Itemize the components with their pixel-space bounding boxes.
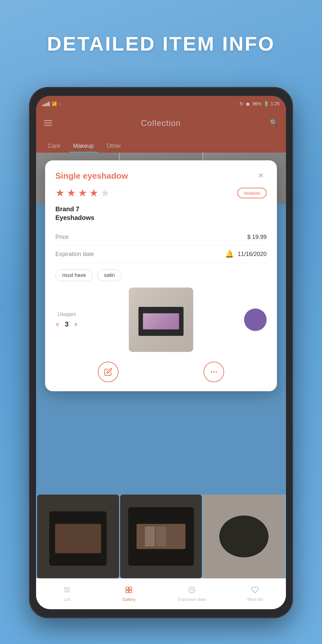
svg-rect-9	[129, 590, 132, 593]
bell-icon[interactable]: 🔔	[225, 250, 234, 258]
category-label: Eyeshadows	[55, 214, 267, 222]
brand-label: Brand 7	[55, 205, 267, 213]
bottom-cell-1[interactable]	[37, 495, 119, 578]
modal-header: Single eyeshadow ✕	[55, 170, 267, 182]
usages-label: Usages	[57, 311, 76, 317]
color-dot[interactable]	[244, 308, 267, 331]
star-3[interactable]: ★	[78, 187, 87, 199]
price-label: Price	[55, 234, 69, 241]
modal-card: Single eyeshadow ✕ ★ ★ ★ ★ ★ reviews Bra…	[45, 160, 277, 391]
product-image-inner	[129, 288, 193, 352]
svg-rect-6	[126, 587, 128, 590]
page-title: DETAILED ITEM INFO	[0, 32, 322, 55]
reviews-button[interactable]: reviews	[237, 188, 267, 198]
bottom-nav: List Gallery Expiration	[36, 578, 286, 609]
star-5[interactable]: ★	[100, 187, 110, 199]
bottom-cell-3[interactable]	[203, 495, 285, 578]
nav-item-expiration[interactable]: Expiration date	[178, 586, 206, 602]
tag-must-have[interactable]: must have	[55, 270, 93, 281]
decrement-button[interactable]: ∨	[55, 321, 60, 328]
increment-button[interactable]: ∧	[74, 321, 78, 328]
price-value: $ 19.99	[247, 234, 267, 241]
expiration-label: Expiration date	[55, 251, 94, 258]
wishlist-icon	[251, 586, 259, 596]
usages-block: Usages ∨ 3 ∧	[55, 311, 78, 328]
usages-count: 3	[65, 320, 69, 328]
expiration-row: Expiration date 🔔 11/16/2020	[55, 245, 267, 263]
nav-item-wishlist[interactable]: Wish list	[242, 586, 268, 602]
usages-image-row: Usages ∨ 3 ∧	[55, 288, 267, 352]
svg-point-2	[215, 371, 217, 373]
bottom-gallery	[36, 495, 286, 578]
tags-row: must have satin	[55, 270, 267, 281]
phone-frame: 📶 ↓ N ⏰ 96% 🔋 1:25 Collection 🔍 Care Mak…	[29, 87, 293, 618]
nav-label-list: List	[64, 597, 70, 602]
expiration-value: 🔔 11/16/2020	[225, 250, 267, 258]
more-button[interactable]	[204, 362, 224, 382]
nav-label-wishlist: Wish list	[247, 597, 263, 602]
star-4[interactable]: ★	[89, 187, 99, 199]
nav-label-expiration: Expiration date	[178, 597, 206, 602]
star-1[interactable]: ★	[55, 187, 65, 199]
list-icon	[63, 586, 71, 596]
svg-point-1	[213, 371, 214, 373]
tag-satin[interactable]: satin	[97, 270, 122, 281]
modal-actions	[55, 358, 267, 382]
nav-item-list[interactable]: List	[54, 586, 80, 602]
svg-point-0	[211, 371, 212, 373]
phone-screen: 📶 ↓ N ⏰ 96% 🔋 1:25 Collection 🔍 Care Mak…	[36, 96, 286, 609]
nav-label-gallery: Gallery	[122, 597, 136, 602]
nav-item-gallery[interactable]: Gallery	[116, 586, 142, 602]
expiration-icon	[188, 586, 196, 596]
usages-controls: ∨ 3 ∧	[55, 320, 78, 328]
bottom-cell-2[interactable]	[120, 495, 202, 578]
svg-rect-7	[129, 587, 132, 590]
star-2[interactable]: ★	[67, 187, 76, 199]
edit-button[interactable]	[98, 362, 118, 382]
product-image	[129, 288, 193, 352]
svg-rect-8	[126, 590, 128, 593]
modal-title: Single eyeshadow	[55, 171, 128, 181]
stars-row: ★ ★ ★ ★ ★ reviews	[55, 187, 267, 199]
gallery-icon	[125, 586, 133, 596]
price-row: Price $ 19.99	[55, 229, 267, 245]
close-button[interactable]: ✕	[255, 170, 267, 182]
